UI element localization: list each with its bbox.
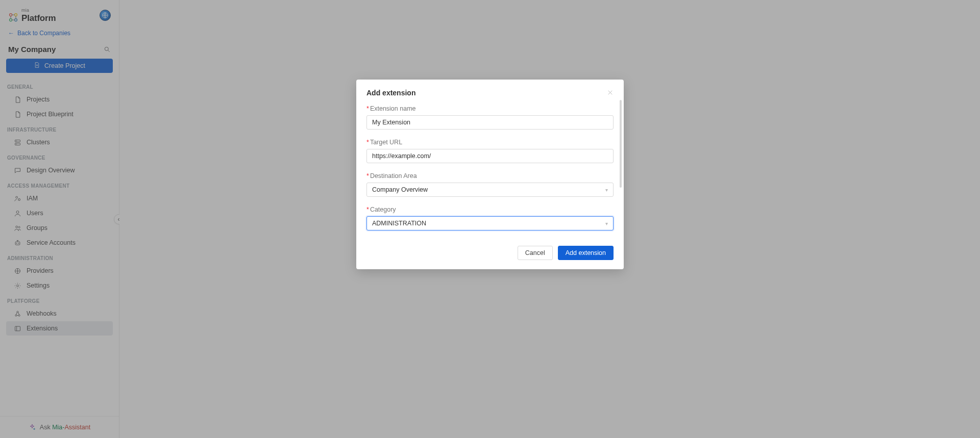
chevron-down-icon: ▾ xyxy=(605,187,608,193)
modal-body: *Extension name *Target URL *Destination… xyxy=(356,100,624,242)
extension-name-input[interactable] xyxy=(366,115,614,130)
add-extension-button[interactable]: Add extension xyxy=(558,246,614,260)
modal-header: Add extension xyxy=(356,80,624,100)
category-value: ADMINISTRATION xyxy=(372,220,426,227)
modal-title: Add extension xyxy=(366,89,415,97)
add-extension-modal: Add extension *Extension name *Targ xyxy=(356,80,624,269)
category-label: *Category xyxy=(366,206,614,213)
destination-area-select[interactable]: Company Overview ▾ xyxy=(366,183,614,197)
target-url-input[interactable] xyxy=(366,149,614,163)
modal-scrollbar[interactable] xyxy=(619,100,622,242)
modal-overlay[interactable]: Add extension *Extension name *Targ xyxy=(0,0,980,438)
category-select[interactable]: ADMINISTRATION ▾ xyxy=(366,216,614,230)
cancel-button[interactable]: Cancel xyxy=(518,246,553,260)
target-url-label: *Target URL xyxy=(366,139,614,146)
modal-footer: Cancel Add extension xyxy=(356,242,624,269)
chevron-down-icon: ▾ xyxy=(605,221,608,226)
destination-area-value: Company Overview xyxy=(372,186,428,193)
close-icon[interactable] xyxy=(607,89,614,97)
extension-name-label: *Extension name xyxy=(366,105,614,112)
destination-area-label: *Destination Area xyxy=(366,172,614,179)
